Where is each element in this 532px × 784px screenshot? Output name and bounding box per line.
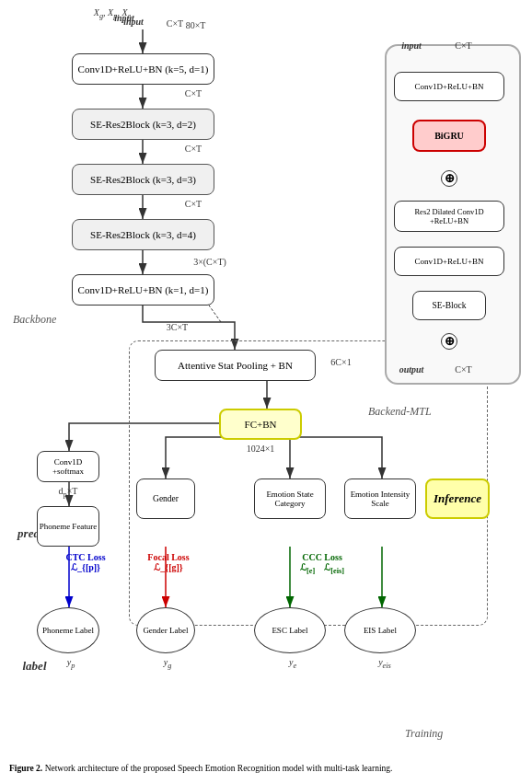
focal-loss-label: Focal Loss ℒ_{[g]} <box>136 552 201 572</box>
phoneme-feature: Phoneme Feature <box>37 506 99 547</box>
seres2block-1: SE-Res2Block (k=3, d=2) <box>72 109 214 140</box>
ctc-loss-label: CTC Loss ℒ_{[p]} <box>53 552 118 572</box>
gender-box: Gender <box>136 478 195 519</box>
input-vars: Xg, Xp, Xe <box>57 7 168 20</box>
detail-plus-circle-2: ⊕ <box>441 333 457 350</box>
emotion-intensity-scale: Emotion Intensity Scale <box>344 478 416 519</box>
backend-mtl-label: Backend-MTL <box>368 405 432 419</box>
dim-cxt1: C×T <box>170 88 216 98</box>
dim-1024: 1024×1 <box>219 444 302 454</box>
gender-label-node: Gender Label <box>136 607 195 653</box>
figure-caption: Figure 2. Network architecture of the pr… <box>9 763 523 775</box>
detail-res2-conv: Res2 Dilated Conv1D +ReLU+BN <box>394 201 504 232</box>
conv1d-softmax: Conv1D +softmax <box>37 451 99 482</box>
conv1d-relu-bn-1: Conv1D+ReLU+BN (k=5, d=1) <box>72 53 214 85</box>
y-p: yp <box>48 657 94 670</box>
detail-se-block: SE-Block <box>412 291 486 320</box>
detail-cxt-in: C×T <box>438 40 489 51</box>
diagram-container: input C×T input Xg, Xp, Xe 80×T Conv1D+R… <box>0 0 532 784</box>
dim-3cxt2: 3C×T <box>152 322 202 332</box>
seres2block-3: SE-Res2Block (k=3, d=4) <box>72 219 214 250</box>
fc-bn: FC+BN <box>219 409 302 440</box>
phoneme-label-node: Phoneme Label <box>37 607 99 653</box>
detail-conv1d-1: Conv1D+ReLU+BN <box>394 72 504 101</box>
backbone-label: Backbone <box>13 313 56 327</box>
dim-80T: 80×T <box>170 20 221 30</box>
training-label: Training <box>405 727 443 741</box>
emotion-state-category: Emotion State Category <box>254 478 326 519</box>
y-e: ye <box>274 657 311 670</box>
ccc-loss-label: CCC Loss ℒ[e] ℒ[eis] <box>262 552 382 575</box>
eis-label-node: EIS Label <box>344 607 416 653</box>
y-g: yg <box>149 657 186 670</box>
dim-cxt3: C×T <box>170 199 216 209</box>
conv1d-relu-bn-2: Conv1D+ReLU+BN (k=1, d=1) <box>72 274 214 306</box>
detail-conv1d-2: Conv1D+ReLU+BN <box>394 247 504 276</box>
y-eis: yeis <box>366 657 403 670</box>
dim-cxt2: C×T <box>170 144 216 154</box>
detail-bigru: BiGRU <box>412 120 486 152</box>
detail-cxt-out: C×T <box>438 364 489 375</box>
detail-input-label: input <box>388 40 434 51</box>
seres2block-2: SE-Res2Block (k=3, d=3) <box>72 164 214 195</box>
esc-label-node: ESC Label <box>254 607 326 653</box>
dim-3cxt: 3×(C×T) <box>178 257 242 267</box>
inference-box: Inference <box>425 478 490 519</box>
detail-output-label: output <box>388 364 434 375</box>
detail-plus-circle-1: ⊕ <box>441 170 457 187</box>
dim-dpt: dp×T <box>37 486 99 499</box>
